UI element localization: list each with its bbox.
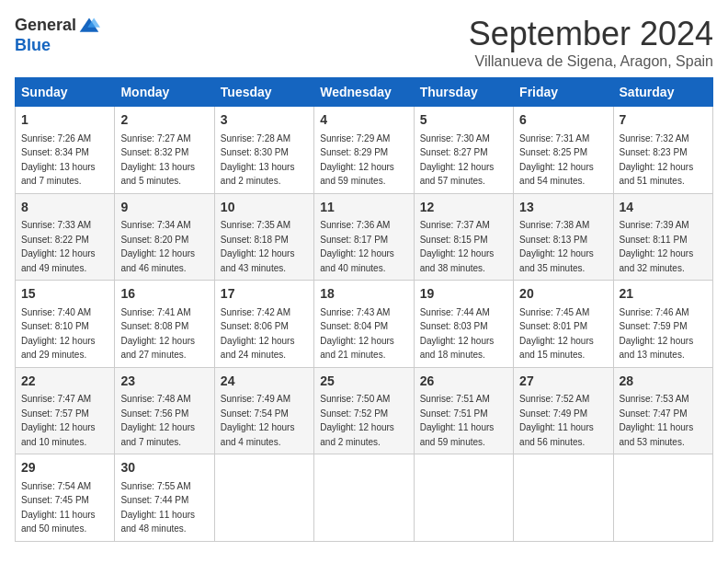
table-row: 4Sunrise: 7:29 AMSunset: 8:29 PMDaylight… xyxy=(314,107,414,194)
table-row xyxy=(314,454,414,542)
day-number: 4 xyxy=(320,111,407,130)
table-row: 29Sunrise: 7:54 AMSunset: 7:45 PMDayligh… xyxy=(16,454,115,542)
day-info: Sunrise: 7:47 AMSunset: 7:57 PMDaylight:… xyxy=(21,394,96,447)
day-info: Sunrise: 7:29 AMSunset: 8:29 PMDaylight:… xyxy=(320,133,394,187)
day-info: Sunrise: 7:28 AMSunset: 8:30 PMDaylight:… xyxy=(221,133,295,187)
location-title: Villanueva de Sigena, Aragon, Spain xyxy=(469,53,713,70)
table-row: 6Sunrise: 7:31 AMSunset: 8:25 PMDaylight… xyxy=(514,107,613,194)
day-info: Sunrise: 7:49 AMSunset: 7:54 PMDaylight:… xyxy=(221,394,295,447)
table-row: 7Sunrise: 7:32 AMSunset: 8:23 PMDaylight… xyxy=(613,107,712,194)
day-number: 11 xyxy=(320,199,407,217)
day-number: 18 xyxy=(320,285,407,304)
table-row: 23Sunrise: 7:48 AMSunset: 7:56 PMDayligh… xyxy=(115,367,214,454)
table-row: 3Sunrise: 7:28 AMSunset: 8:30 PMDaylight… xyxy=(214,107,313,194)
day-number: 23 xyxy=(120,373,208,391)
header-wednesday: Wednesday xyxy=(314,78,414,107)
logo-icon xyxy=(78,15,100,37)
table-row: 9Sunrise: 7:34 AMSunset: 8:20 PMDaylight… xyxy=(115,193,214,281)
table-row: 17Sunrise: 7:42 AMSunset: 8:06 PMDayligh… xyxy=(214,281,313,368)
day-number: 16 xyxy=(120,285,208,304)
table-row: 8Sunrise: 7:33 AMSunset: 8:22 PMDaylight… xyxy=(16,193,115,281)
day-number: 14 xyxy=(620,199,707,217)
table-row: 19Sunrise: 7:44 AMSunset: 8:03 PMDayligh… xyxy=(414,281,513,368)
header-tuesday: Tuesday xyxy=(214,78,313,107)
day-info: Sunrise: 7:55 AMSunset: 7:44 PMDaylight:… xyxy=(120,481,195,534)
day-info: Sunrise: 7:37 AMSunset: 8:15 PMDaylight:… xyxy=(420,220,495,273)
day-number: 27 xyxy=(519,373,607,391)
table-row: 12Sunrise: 7:37 AMSunset: 8:15 PMDayligh… xyxy=(414,193,513,281)
table-row: 11Sunrise: 7:36 AMSunset: 8:17 PMDayligh… xyxy=(314,193,414,281)
table-row: 30Sunrise: 7:55 AMSunset: 7:44 PMDayligh… xyxy=(115,454,214,542)
table-row: 26Sunrise: 7:51 AMSunset: 7:51 PMDayligh… xyxy=(414,367,513,454)
day-info: Sunrise: 7:35 AMSunset: 8:18 PMDaylight:… xyxy=(221,220,295,273)
calendar-week-4: 22Sunrise: 7:47 AMSunset: 7:57 PMDayligh… xyxy=(16,367,713,454)
day-info: Sunrise: 7:38 AMSunset: 8:13 PMDaylight:… xyxy=(519,220,594,273)
day-number: 22 xyxy=(21,373,108,391)
table-row: 20Sunrise: 7:45 AMSunset: 8:01 PMDayligh… xyxy=(514,281,613,368)
day-info: Sunrise: 7:52 AMSunset: 7:49 PMDaylight:… xyxy=(519,394,594,447)
day-number: 3 xyxy=(221,111,308,130)
day-number: 13 xyxy=(519,199,607,217)
day-number: 2 xyxy=(120,111,208,130)
table-row: 15Sunrise: 7:40 AMSunset: 8:10 PMDayligh… xyxy=(16,281,115,368)
calendar-week-2: 8Sunrise: 7:33 AMSunset: 8:22 PMDaylight… xyxy=(16,193,713,281)
day-number: 9 xyxy=(120,199,208,217)
calendar-week-1: 1Sunrise: 7:26 AMSunset: 8:34 PMDaylight… xyxy=(16,107,713,194)
header-sunday: Sunday xyxy=(16,78,115,107)
calendar-header-row: Sunday Monday Tuesday Wednesday Thursday… xyxy=(16,78,713,107)
logo-blue: Blue xyxy=(15,37,51,55)
day-info: Sunrise: 7:33 AMSunset: 8:22 PMDaylight:… xyxy=(21,220,96,273)
table-row xyxy=(414,454,513,542)
day-number: 29 xyxy=(21,459,108,477)
day-info: Sunrise: 7:45 AMSunset: 8:01 PMDaylight:… xyxy=(519,307,594,361)
header-saturday: Saturday xyxy=(613,78,712,107)
table-row: 28Sunrise: 7:53 AMSunset: 7:47 PMDayligh… xyxy=(613,367,712,454)
title-block: September 2024 Villanueva de Sigena, Ara… xyxy=(469,15,713,70)
table-row: 14Sunrise: 7:39 AMSunset: 8:11 PMDayligh… xyxy=(613,193,712,281)
day-info: Sunrise: 7:43 AMSunset: 8:04 PMDaylight:… xyxy=(320,307,394,361)
table-row: 5Sunrise: 7:30 AMSunset: 8:27 PMDaylight… xyxy=(414,107,513,194)
day-number: 24 xyxy=(221,373,308,391)
day-info: Sunrise: 7:27 AMSunset: 8:32 PMDaylight:… xyxy=(120,133,195,187)
day-info: Sunrise: 7:41 AMSunset: 8:08 PMDaylight:… xyxy=(120,307,195,361)
day-info: Sunrise: 7:48 AMSunset: 7:56 PMDaylight:… xyxy=(120,394,195,447)
day-info: Sunrise: 7:39 AMSunset: 8:11 PMDaylight:… xyxy=(620,220,694,273)
table-row: 25Sunrise: 7:50 AMSunset: 7:52 PMDayligh… xyxy=(314,367,414,454)
table-row xyxy=(514,454,613,542)
day-number: 10 xyxy=(221,199,308,217)
table-row xyxy=(613,454,712,542)
header-friday: Friday xyxy=(514,78,613,107)
day-info: Sunrise: 7:40 AMSunset: 8:10 PMDaylight:… xyxy=(21,307,96,361)
day-number: 25 xyxy=(320,373,407,391)
day-number: 7 xyxy=(620,111,707,130)
day-number: 12 xyxy=(420,199,507,217)
day-number: 19 xyxy=(420,285,507,304)
day-number: 1 xyxy=(21,111,108,130)
day-info: Sunrise: 7:34 AMSunset: 8:20 PMDaylight:… xyxy=(120,220,195,273)
table-row: 1Sunrise: 7:26 AMSunset: 8:34 PMDaylight… xyxy=(16,107,115,194)
day-number: 5 xyxy=(420,111,507,130)
day-info: Sunrise: 7:32 AMSunset: 8:23 PMDaylight:… xyxy=(620,133,694,187)
table-row: 2Sunrise: 7:27 AMSunset: 8:32 PMDaylight… xyxy=(115,107,214,194)
day-info: Sunrise: 7:30 AMSunset: 8:27 PMDaylight:… xyxy=(420,133,495,187)
month-title: September 2024 xyxy=(469,15,713,53)
day-info: Sunrise: 7:42 AMSunset: 8:06 PMDaylight:… xyxy=(221,307,295,361)
day-number: 8 xyxy=(21,199,108,217)
table-row xyxy=(214,454,313,542)
day-number: 6 xyxy=(519,111,607,130)
table-row: 24Sunrise: 7:49 AMSunset: 7:54 PMDayligh… xyxy=(214,367,313,454)
table-row: 22Sunrise: 7:47 AMSunset: 7:57 PMDayligh… xyxy=(16,367,115,454)
table-row: 16Sunrise: 7:41 AMSunset: 8:08 PMDayligh… xyxy=(115,281,214,368)
day-number: 21 xyxy=(620,285,707,304)
day-number: 28 xyxy=(620,373,707,391)
day-info: Sunrise: 7:36 AMSunset: 8:17 PMDaylight:… xyxy=(320,220,394,273)
calendar-week-3: 15Sunrise: 7:40 AMSunset: 8:10 PMDayligh… xyxy=(16,281,713,368)
logo: General Blue xyxy=(15,15,100,55)
day-info: Sunrise: 7:51 AMSunset: 7:51 PMDaylight:… xyxy=(420,394,495,447)
day-info: Sunrise: 7:53 AMSunset: 7:47 PMDaylight:… xyxy=(620,394,694,447)
page-header: General Blue September 2024 Villanueva d… xyxy=(15,15,713,70)
logo-general: General xyxy=(15,17,76,35)
table-row: 21Sunrise: 7:46 AMSunset: 7:59 PMDayligh… xyxy=(613,281,712,368)
day-info: Sunrise: 7:31 AMSunset: 8:25 PMDaylight:… xyxy=(519,133,594,187)
day-number: 20 xyxy=(519,285,607,304)
